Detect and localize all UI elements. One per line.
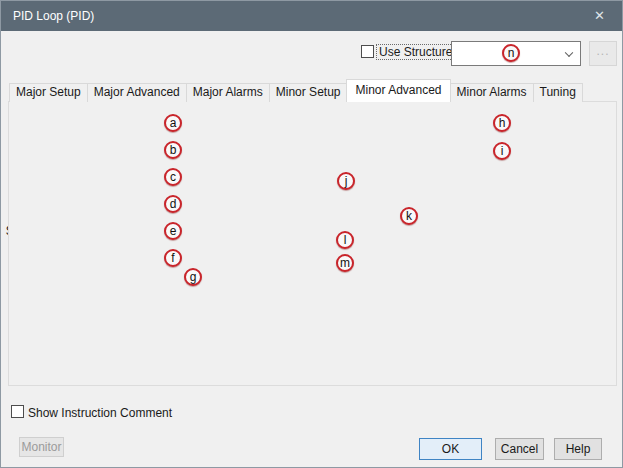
- annotation-circle-a: a: [164, 114, 182, 132]
- annotation-circle-m: m: [336, 254, 354, 272]
- annotation-circle-k: k: [400, 207, 418, 225]
- pid-loop-dialog: PID Loop (PID) ✕ Use Structure n ... Maj…: [0, 0, 623, 468]
- help-button[interactable]: Help: [554, 438, 602, 460]
- tab-minor-advanced[interactable]: Minor Advanced: [346, 79, 450, 102]
- annotation-circle-i: i: [493, 142, 511, 160]
- annotation-circle-j: j: [337, 172, 355, 190]
- annotation-circle-g: g: [184, 268, 202, 286]
- chevron-down-icon: [565, 48, 573, 56]
- use-structure-checkbox[interactable]: [361, 45, 374, 58]
- window-title: PID Loop (PID): [13, 1, 94, 31]
- use-structure-label[interactable]: Use Structure: [377, 45, 454, 59]
- tag-browse-button: ...: [589, 41, 617, 66]
- tab-major-advanced[interactable]: Major Advanced: [87, 83, 187, 102]
- tab-strip: Major Setup Major Advanced Major Alarms …: [9, 79, 582, 102]
- monitor-button: Monitor: [19, 437, 64, 457]
- tab-minor-setup[interactable]: Minor Setup: [269, 83, 348, 102]
- show-instruction-comment-checkbox[interactable]: [11, 405, 24, 418]
- tab-page-minor-advanced: [8, 101, 617, 386]
- tab-minor-alarms[interactable]: Minor Alarms: [450, 83, 534, 102]
- annotation-circle-l: l: [336, 231, 354, 249]
- ok-button[interactable]: OK: [419, 438, 482, 460]
- tab-major-alarms[interactable]: Major Alarms: [186, 83, 270, 102]
- annotation-circle-f: f: [164, 249, 182, 267]
- title-bar[interactable]: PID Loop (PID) ✕: [1, 1, 622, 31]
- close-icon: ✕: [594, 8, 605, 23]
- show-instruction-comment-label[interactable]: Show Instruction Comment: [28, 406, 172, 420]
- annotation-circle-c: c: [164, 168, 182, 186]
- close-button[interactable]: ✕: [577, 1, 622, 31]
- annotation-circle-d: d: [164, 195, 182, 213]
- tab-tuning[interactable]: Tuning: [533, 83, 583, 102]
- annotation-circle-e: e: [164, 222, 182, 240]
- annotation-circle-b: b: [164, 141, 182, 159]
- cancel-button[interactable]: Cancel: [495, 438, 544, 460]
- tab-major-setup[interactable]: Major Setup: [9, 83, 88, 102]
- annotation-circle-h: h: [493, 114, 511, 132]
- annotation-circle-n: n: [502, 44, 520, 62]
